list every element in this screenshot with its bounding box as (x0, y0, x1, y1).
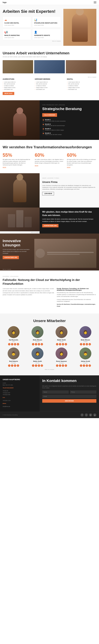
mehr-link-60a[interactable]: MEHR (35, 165, 64, 166)
timeline-item-2: Schritt 2 Adipiscing elit sed do eiusmod… (45, 123, 96, 126)
fallstudie-right: Kunde: Business Consulting, ein Anbieter… (57, 288, 96, 308)
footer-linkedin-icon[interactable]: in (89, 413, 92, 416)
facebook-icon[interactable]: f (56, 343, 58, 346)
google-icon[interactable]: g (65, 364, 67, 367)
innovative-text-body: Ut enim ad minim veniam, quis nostrud ex… (3, 248, 32, 254)
footer-social-bar: f t in g (80, 413, 96, 416)
innovative-kontakt-button[interactable]: KONTAKTIERE UNS (3, 256, 19, 259)
alle-anzeigen-button[interactable]: ALLE ANZEIGEN (42, 113, 57, 117)
linkedin-icon-nat[interactable]: in (14, 343, 16, 346)
mehr-link-60b[interactable]: MEHR (67, 167, 96, 168)
google-icon[interactable]: g (41, 364, 43, 367)
linkedin-icon[interactable]: in (38, 364, 40, 367)
twitter-icon[interactable]: t (35, 364, 37, 367)
google-icon[interactable]: g (65, 343, 67, 346)
timeline-item-3: Schritt 3 Incididunt ut labore et dolore… (45, 128, 96, 131)
footer-name-input[interactable] (42, 390, 69, 394)
hamburger-line (94, 2, 96, 2)
google-icon[interactable]: g (41, 343, 43, 346)
innovative-content: Innovative Lösungen Ut enim ad minim ven… (0, 234, 99, 270)
facebook-icon-nat[interactable]: f (8, 343, 10, 346)
work-col-digital: DIGITAL Lorem ipsum dolor sit Elit, sed … (67, 78, 96, 90)
service-card-tax[interactable]: 📊 STEUERLICHE DIENSTLEISTUNG Lorem ipsum… (32, 16, 61, 28)
footer-phone-input[interactable] (70, 390, 96, 394)
service-card-marketing[interactable]: 📢 INHALTE MARKETING Lorem ipsum dolor (3, 29, 31, 40)
navigation: logo (0, 0, 99, 5)
twitter-icon[interactable]: t (83, 364, 85, 367)
service-title: CLOUD UND DIGITAL (4, 22, 29, 24)
list-item: Elit, sed do eiusmod (35, 83, 64, 85)
twitter-icon-nat[interactable]: t (11, 343, 13, 346)
list-item: Magna aliqua ut enim (35, 87, 64, 88)
footer-twitter-icon[interactable]: t (85, 413, 88, 416)
hamburger-menu[interactable] (94, 2, 96, 3)
fallstudie-right-text1: Herausforderung: Das Unternehmen stand v… (57, 292, 96, 298)
linkedin-icon[interactable]: in (86, 343, 88, 346)
team-card-rosie: 👩 Rosie Swansen Strategin f t in g (50, 348, 72, 367)
team-avatar-nat: 👩 (8, 326, 20, 338)
facebook-icon[interactable]: f (56, 364, 58, 367)
facebook-icon[interactable]: f (8, 364, 10, 367)
list-item: Exercitation unit (3, 88, 32, 90)
linkedin-icon[interactable]: in (62, 343, 64, 346)
lern-mehr-button[interactable]: LERN MEHR (42, 192, 54, 196)
work-section: Unsere Arbeit verändert Unternehmen Ut e… (0, 46, 99, 100)
work-col-groesser: GRÖSSER WERDEN Lorem ipsum dolor sit Eli… (35, 78, 64, 90)
twitter-icon[interactable]: t (59, 364, 61, 367)
team-avatar-betty1: 👩 (32, 326, 44, 338)
firma-quote-row: Bild von Unsplash Wir glauben, dass muti… (0, 208, 99, 234)
footer-fax-label: FAX (3, 396, 37, 398)
google-icon[interactable]: g (17, 364, 19, 367)
google-icon[interactable]: g (88, 364, 91, 367)
timeline: Schritt 1 Lorem ipsum dolor sit amet con… (42, 119, 96, 135)
facebook-icon[interactable]: f (32, 343, 34, 346)
team-role-mattie2: Berater (27, 362, 48, 364)
facebook-icon[interactable]: f (80, 364, 82, 367)
facebook-icon[interactable]: f (80, 343, 82, 346)
footer-phone-label: TELEFONNUMMER (3, 387, 37, 389)
footer-copyright: © 2024 Business Consulting (3, 414, 18, 416)
team-avatar-rosie: 👩 (56, 348, 68, 360)
google-icon[interactable]: g (88, 343, 91, 346)
mehr-dazu-button[interactable]: MEHR DAZU (3, 92, 14, 95)
timeline-item-title: Schritt 4 (45, 132, 96, 134)
twitter-icon[interactable]: t (83, 343, 85, 346)
strategic-title: Strategische Beratung (42, 106, 96, 111)
firma-section: ÜBER UNSERE FIRMA Unsere Firma Lorem: Bu… (0, 173, 99, 234)
linkedin-icon[interactable]: in (14, 364, 16, 367)
footer-email-input[interactable] (42, 395, 96, 398)
avatar-image-betty1: 👩 (32, 326, 44, 338)
mitarbeiter-title: Unsere Mitarbeiter (3, 319, 96, 323)
list-item: Ut labore et dolore (35, 85, 64, 87)
twitter-icon[interactable]: t (35, 343, 37, 346)
linkedin-icon[interactable]: in (38, 343, 40, 346)
team-card-betty1: 👩 Betty Nilssen Direktor f t in g (27, 326, 48, 346)
twitter-icon[interactable]: t (11, 364, 13, 367)
footer-submit-button[interactable]: ABSCHICKEN (42, 399, 96, 403)
team-name-nat: Nat Reynolds (3, 339, 24, 341)
tax-icon: 📊 (34, 18, 59, 21)
kontakt-button[interactable]: KONTAKTIERE UNS (42, 224, 58, 227)
service-card-related[interactable]: 👤 VERWANDTE DIENSTE Lorem ipsum dolor (32, 29, 61, 40)
twitter-icon[interactable]: t (59, 343, 61, 346)
service-desc: Lorem ipsum dolor (4, 37, 29, 38)
stat-number-60a: 60% (35, 152, 64, 158)
service-title: STEUERLICHE DIENSTLEISTUNG (34, 22, 59, 24)
team-card-betty2: 👩 Betty Nilssen Analyst f t in g (74, 326, 96, 346)
linkedin-icon[interactable]: in (62, 364, 64, 367)
team-social-bob: f t in g (3, 364, 24, 367)
service-card-cloud[interactable]: ☁ CLOUD UND DIGITAL Lorem ipsum dolor (3, 16, 31, 28)
footer-facebook-icon[interactable]: f (80, 413, 84, 416)
google-icon-nat[interactable]: g (17, 343, 19, 346)
firma-pre-label: ÜBER UNSERE FIRMA (42, 177, 96, 179)
mehr-link-55[interactable]: MEHR (3, 167, 32, 168)
facebook-icon[interactable]: f (32, 364, 34, 367)
footer-google-icon[interactable]: g (93, 413, 96, 416)
linkedin-icon[interactable]: in (86, 364, 88, 367)
list-item: Ut labore et dolore (67, 85, 96, 87)
list-item: Exercitation unit (67, 88, 96, 90)
team-role-rosie: Strategin (50, 362, 72, 364)
list-item: Magna aliqua ut enim (3, 87, 32, 88)
team-role-nat: CEO (3, 341, 24, 342)
work-col-title: AUSRICHTUNG (3, 78, 32, 80)
